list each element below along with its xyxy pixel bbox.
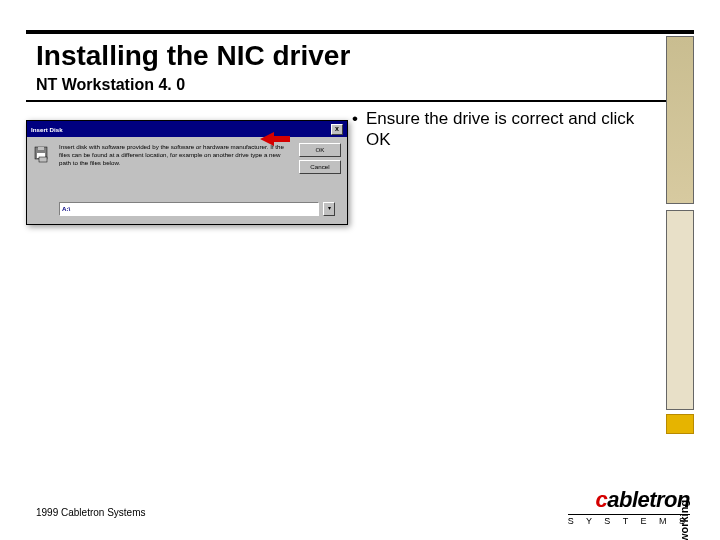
dialog-title: Insert Disk — [31, 126, 63, 133]
bullet-list: • Ensure the drive is correct and click … — [352, 108, 652, 151]
chevron-down-icon[interactable]: ▾ — [323, 202, 335, 216]
bullet-dot: • — [352, 108, 366, 151]
path-input[interactable]: A:\ — [59, 202, 319, 216]
bullet-text: Ensure the drive is correct and click OK — [366, 108, 652, 151]
top-rule — [26, 30, 694, 34]
svg-rect-3 — [39, 157, 47, 162]
sidebar-top — [666, 36, 694, 204]
disk-icon — [33, 145, 51, 163]
dialog-titlebar[interactable]: Insert Disk x — [27, 121, 347, 137]
svg-rect-1 — [38, 147, 44, 150]
slide-title: Installing the NIC driver — [36, 40, 350, 72]
footer-text: 1999 Cabletron Systems — [36, 507, 146, 518]
insert-disk-dialog: Insert Disk x Insert disk with software … — [26, 120, 348, 225]
sidebar-mid — [666, 210, 694, 410]
dialog-message: Insert disk with software provided by th… — [59, 143, 291, 166]
sidebar-accent — [666, 414, 694, 434]
subtitle-rule — [26, 100, 694, 102]
cabletron-logo: cabletron S Y S T E M S — [568, 487, 690, 526]
cancel-button[interactable]: Cancel — [299, 160, 341, 174]
ok-button[interactable]: OK — [299, 143, 341, 157]
close-icon[interactable]: x — [331, 124, 343, 135]
slide-subtitle: NT Workstation 4. 0 — [36, 76, 185, 94]
